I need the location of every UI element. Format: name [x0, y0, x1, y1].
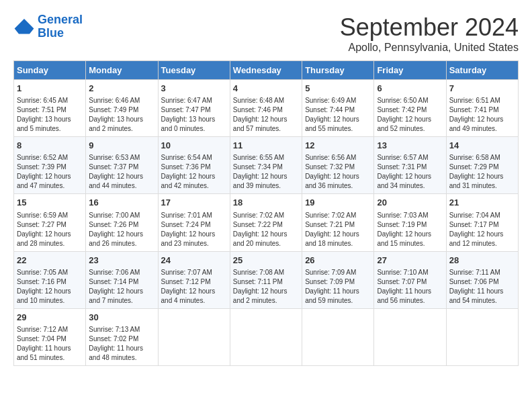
table-cell: 24Sunrise: 7:07 AMSunset: 7:12 PMDayligh… [158, 251, 230, 308]
table-cell: 2Sunrise: 6:46 AMSunset: 7:49 PMDaylight… [86, 80, 158, 137]
header-friday: Friday [374, 61, 446, 80]
table-cell: 28Sunrise: 7:11 AMSunset: 7:06 PMDayligh… [446, 251, 518, 308]
table-cell: 14Sunrise: 6:58 AMSunset: 7:29 PMDayligh… [446, 137, 518, 194]
table-cell: 17Sunrise: 7:01 AMSunset: 7:24 PMDayligh… [158, 194, 230, 251]
month-title: September 2024 [340, 13, 519, 42]
page-header: General Blue September 2024 Apollo, Penn… [13, 13, 519, 54]
table-cell [158, 308, 230, 365]
table-cell: 30Sunrise: 7:13 AMSunset: 7:02 PMDayligh… [86, 308, 158, 365]
table-cell: 11Sunrise: 6:55 AMSunset: 7:34 PMDayligh… [230, 137, 302, 194]
table-cell: 1Sunrise: 6:45 AMSunset: 7:51 PMDaylight… [14, 80, 86, 137]
table-cell: 4Sunrise: 6:48 AMSunset: 7:46 PMDaylight… [230, 80, 302, 137]
table-cell: 26Sunrise: 7:09 AMSunset: 7:09 PMDayligh… [302, 251, 374, 308]
table-cell: 13Sunrise: 6:57 AMSunset: 7:31 PMDayligh… [374, 137, 446, 194]
logo-icon [13, 17, 35, 36]
svg-marker-0 [15, 19, 34, 34]
table-cell: 25Sunrise: 7:08 AMSunset: 7:11 PMDayligh… [230, 251, 302, 308]
table-cell: 29Sunrise: 7:12 AMSunset: 7:04 PMDayligh… [14, 308, 86, 365]
table-cell: 5Sunrise: 6:49 AMSunset: 7:44 PMDaylight… [302, 80, 374, 137]
header-tuesday: Tuesday [158, 61, 230, 80]
calendar-header-row: Sunday Monday Tuesday Wednesday Thursday… [14, 61, 519, 80]
table-cell: 22Sunrise: 7:05 AMSunset: 7:16 PMDayligh… [14, 251, 86, 308]
table-cell: 23Sunrise: 7:06 AMSunset: 7:14 PMDayligh… [86, 251, 158, 308]
table-cell [374, 308, 446, 365]
calendar-table: Sunday Monday Tuesday Wednesday Thursday… [13, 60, 519, 366]
table-cell: 10Sunrise: 6:54 AMSunset: 7:36 PMDayligh… [158, 137, 230, 194]
table-cell: 16Sunrise: 7:00 AMSunset: 7:26 PMDayligh… [86, 194, 158, 251]
table-cell: 12Sunrise: 6:56 AMSunset: 7:32 PMDayligh… [302, 137, 374, 194]
table-cell: 20Sunrise: 7:03 AMSunset: 7:19 PMDayligh… [374, 194, 446, 251]
table-cell: 27Sunrise: 7:10 AMSunset: 7:07 PMDayligh… [374, 251, 446, 308]
header-monday: Monday [86, 61, 158, 80]
table-cell: 19Sunrise: 7:02 AMSunset: 7:21 PMDayligh… [302, 194, 374, 251]
header-wednesday: Wednesday [230, 61, 302, 80]
table-cell: 7Sunrise: 6:51 AMSunset: 7:41 PMDaylight… [446, 80, 518, 137]
table-cell [302, 308, 374, 365]
logo-text: General Blue [38, 13, 83, 40]
table-cell: 8Sunrise: 6:52 AMSunset: 7:39 PMDaylight… [14, 137, 86, 194]
table-cell: 9Sunrise: 6:53 AMSunset: 7:37 PMDaylight… [86, 137, 158, 194]
header-saturday: Saturday [446, 61, 518, 80]
table-cell: 15Sunrise: 6:59 AMSunset: 7:27 PMDayligh… [14, 194, 86, 251]
table-cell [230, 308, 302, 365]
table-cell: 21Sunrise: 7:04 AMSunset: 7:17 PMDayligh… [446, 194, 518, 251]
title-section: September 2024 Apollo, Pennsylvania, Uni… [340, 13, 519, 54]
header-thursday: Thursday [302, 61, 374, 80]
table-cell: 6Sunrise: 6:50 AMSunset: 7:42 PMDaylight… [374, 80, 446, 137]
location-title: Apollo, Pennsylvania, United States [340, 42, 519, 54]
table-cell: 18Sunrise: 7:02 AMSunset: 7:22 PMDayligh… [230, 194, 302, 251]
table-cell [446, 308, 518, 365]
table-cell: 3Sunrise: 6:47 AMSunset: 7:47 PMDaylight… [158, 80, 230, 137]
header-sunday: Sunday [14, 61, 86, 80]
logo: General Blue [13, 13, 83, 40]
